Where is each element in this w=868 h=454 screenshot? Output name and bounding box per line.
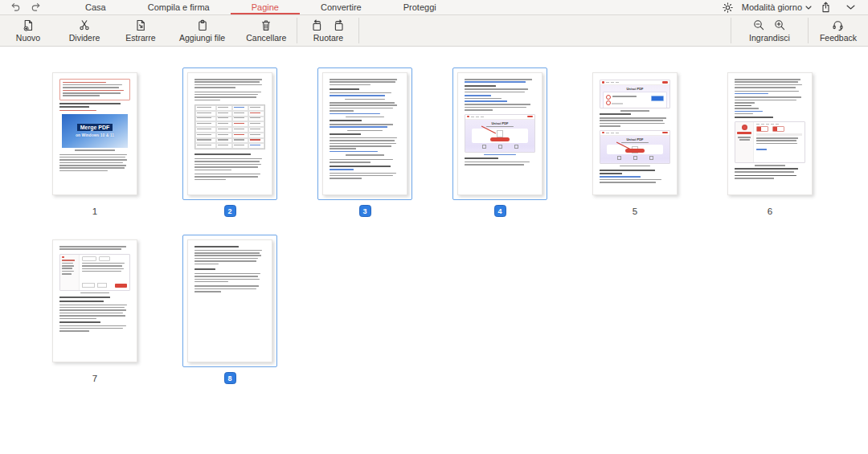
page-selection-frame: Unisci PDF Unisci PDF <box>588 67 682 200</box>
tab-casa[interactable]: Casa <box>64 0 127 14</box>
page-number: 8 <box>224 372 236 384</box>
page-preview[interactable] <box>187 239 272 362</box>
page-number-badge: 2 <box>224 205 236 217</box>
zoom-out-icon[interactable] <box>753 19 764 31</box>
page-selection-frame <box>182 67 277 200</box>
tab-proteggi[interactable]: Proteggi <box>383 0 457 14</box>
title-bar: Casa Compila e firma Pagine Convertire P… <box>0 0 868 15</box>
chevron-down-icon <box>805 6 812 10</box>
page-grid: Merge PDF on Windows 10 & 11 1 2 3 Unisc… <box>27 67 839 402</box>
zoom-label: Ingrandisci <box>749 33 790 43</box>
page-thumbnail[interactable]: 7 <box>27 235 162 384</box>
sun-icon <box>723 2 733 13</box>
zoom-group: Ingrandisci <box>731 15 808 46</box>
feedback-label: Feedback <box>820 33 857 43</box>
share-icon[interactable] <box>821 2 831 13</box>
page-number: 3 <box>359 205 371 217</box>
page-number: 4 <box>494 205 506 217</box>
page-preview[interactable] <box>727 72 813 195</box>
delete-label: Cancellare <box>246 33 286 43</box>
new-label: Nuovo <box>16 33 40 43</box>
page-number-badge: 8 <box>224 372 236 384</box>
extract-icon <box>135 19 146 31</box>
page-number-badge: 4 <box>494 205 506 217</box>
new-button[interactable]: Nuovo <box>0 15 56 46</box>
tab-convertire[interactable]: Convertire <box>300 0 383 14</box>
page-selection-frame <box>47 235 142 367</box>
undo-icon[interactable] <box>10 2 21 12</box>
page-number: 6 <box>768 205 772 217</box>
rotate-right-icon[interactable] <box>333 19 345 31</box>
display-mode-label: Modalità giorno <box>742 2 802 12</box>
page-selection-frame: Merge PDF on Windows 10 & 11 <box>47 67 142 200</box>
rotate-left-icon[interactable] <box>311 19 323 31</box>
page-thumbnail[interactable]: 8 <box>162 235 297 384</box>
page-preview[interactable] <box>52 239 137 362</box>
new-icon <box>23 19 34 31</box>
page-selection-frame <box>723 67 817 200</box>
add-file-button[interactable]: Aggiungi file <box>169 15 235 46</box>
tab-pagine[interactable]: Pagine <box>231 0 300 14</box>
redo-icon[interactable] <box>31 2 42 12</box>
trash-icon <box>260 19 272 31</box>
history-buttons <box>0 2 50 12</box>
page-preview[interactable]: Unisci PDF <box>457 72 542 195</box>
scissors-icon <box>79 19 90 31</box>
feedback-button[interactable]: Feedback <box>809 15 868 46</box>
page-selection-frame <box>182 235 277 367</box>
page-preview[interactable] <box>322 72 407 195</box>
page-selection-frame <box>317 67 412 200</box>
extract-button[interactable]: Estrarre <box>113 15 169 46</box>
page-thumbnail[interactable]: 6 <box>702 67 837 217</box>
window-chevron-icon[interactable] <box>846 5 855 10</box>
pages-toolbar: Nuovo Dividere Estrarre Aggiungi file Ca… <box>0 15 868 47</box>
page-thumbnail[interactable]: 3 <box>297 67 432 217</box>
page-thumbnail[interactable]: Unisci PDF 4 <box>432 67 567 217</box>
page-preview[interactable] <box>187 72 272 195</box>
extract-label: Estrarre <box>125 33 155 43</box>
page-preview[interactable]: Unisci PDF Unisci PDF <box>592 72 678 195</box>
page-number: 5 <box>633 205 637 217</box>
zoom-in-icon[interactable] <box>774 19 785 31</box>
page-preview[interactable]: Merge PDF on Windows 10 & 11 <box>52 72 137 195</box>
page-selection-frame: Unisci PDF <box>452 67 547 200</box>
ribbon-tabs: Casa Compila e firma Pagine Convertire P… <box>64 0 457 14</box>
headset-icon <box>832 19 844 31</box>
rotate-group: Ruotare <box>297 15 358 46</box>
display-mode-select[interactable]: Modalità giorno <box>742 2 812 12</box>
page-thumbnail[interactable]: Unisci PDF Unisci PDF 5 <box>567 67 702 217</box>
page-number-badge: 3 <box>359 205 371 217</box>
split-button[interactable]: Dividere <box>56 15 113 46</box>
pages-view: Merge PDF on Windows 10 & 11 1 2 3 Unisc… <box>0 47 868 402</box>
split-label: Dividere <box>69 33 100 43</box>
delete-button[interactable]: Cancellare <box>235 15 297 46</box>
add-file-icon <box>197 19 208 31</box>
page-thumbnail[interactable]: Merge PDF on Windows 10 & 11 1 <box>27 67 162 217</box>
page-number: 7 <box>92 372 97 384</box>
page-number: 2 <box>224 205 236 217</box>
tab-compila-e-firma[interactable]: Compila e firma <box>127 0 231 14</box>
add-file-label: Aggiungi file <box>179 33 225 43</box>
page-thumbnail[interactable]: 2 <box>162 67 297 217</box>
page-number: 1 <box>92 205 97 217</box>
rotate-label: Ruotare <box>313 33 343 43</box>
